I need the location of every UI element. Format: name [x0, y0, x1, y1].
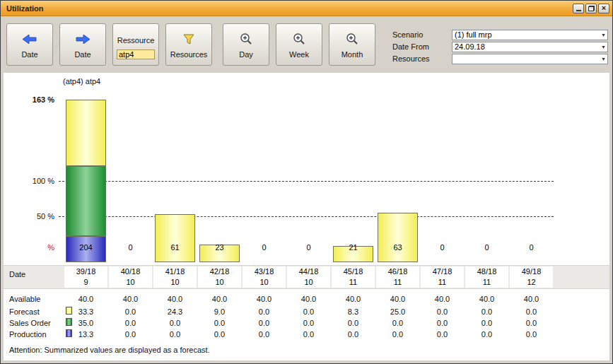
date-back-button[interactable]: Date [6, 23, 53, 66]
sales-order-value: 0.0 [242, 319, 286, 327]
available-value: 40.0 [108, 295, 153, 303]
date-from-combobox[interactable]: 24.09.18 ▼ [452, 42, 608, 52]
sales-order-value: 0.0 [108, 319, 153, 327]
forecast-value: 0.0 [420, 307, 465, 316]
available-row-label: Available [9, 295, 40, 303]
zoom-day-button[interactable]: Day [223, 23, 269, 66]
zoom-month-label: Month [341, 50, 363, 59]
resources-filter-label: Resources [170, 50, 208, 59]
utilization-window: Utilization × Date Date Ressource [0, 0, 613, 364]
scenario-label: Scenario [392, 30, 452, 39]
scenario-field-row: Scenario (1) full mrp ▼ [392, 29, 608, 40]
resources-label: Resources [392, 54, 452, 63]
forecast-value: 0.0 [509, 307, 554, 316]
production-value: 13.3 [64, 330, 108, 339]
available-value: 40.0 [465, 295, 509, 303]
utilization-value-label: 0 [108, 243, 153, 252]
production-value: 0.0 [509, 330, 554, 339]
utilization-value-label: 0 [286, 243, 331, 252]
date-cell: 45/1811 [332, 266, 375, 288]
zoom-week-label: Week [289, 50, 309, 59]
date-cell: 46/1811 [376, 266, 419, 288]
zoom-month-button[interactable]: Month [329, 23, 375, 66]
sales-order-value: 0.0 [509, 319, 554, 327]
forecast-value: 0.0 [242, 307, 286, 316]
production-value: 0.0 [465, 330, 509, 339]
utilization-value-label: 63 [375, 243, 420, 252]
close-button[interactable]: × [598, 4, 609, 13]
utilization-value-label: 0 [509, 243, 554, 252]
production-value: 0.0 [420, 330, 465, 339]
titlebar[interactable]: Utilization × [1, 1, 612, 16]
gridline-100-icon [59, 181, 554, 182]
date-forward-label: Date [74, 50, 91, 59]
minimize-button[interactable] [573, 4, 584, 13]
y-axis-50-label: 50 % [16, 212, 54, 221]
production-value: 0.0 [108, 330, 153, 339]
sales-order-value: 0.0 [153, 319, 197, 327]
utilization-value-label: 0 [420, 243, 465, 252]
zoom-in-icon [293, 32, 305, 46]
scenario-value: (1) full mrp [455, 30, 492, 39]
resource-input[interactable] [117, 49, 155, 59]
available-value: 40.0 [375, 295, 420, 303]
sales-order-value: 0.0 [331, 319, 375, 327]
date-cell: 41/1810 [153, 266, 197, 288]
utilization-value-label: 21 [331, 243, 375, 252]
production-value: 0.0 [242, 330, 286, 339]
resource-button-label: Ressource [117, 36, 155, 45]
window-title: Utilization [6, 4, 571, 13]
forecast-value: 8.3 [331, 307, 375, 316]
date-from-field-row: Date From 24.09.18 ▼ [392, 41, 608, 52]
bar-segment-forecast [155, 214, 195, 262]
forecast-value: 0.0 [108, 307, 153, 316]
maximize-icon [588, 6, 595, 11]
date-cell: 39/189 [64, 266, 107, 288]
available-value: 40.0 [64, 295, 108, 303]
sales-order-value: 35.0 [64, 319, 108, 327]
utilization-value-label: 23 [197, 243, 242, 252]
forecast-value: 9.0 [197, 307, 242, 316]
forecast-value: 0.0 [286, 307, 331, 316]
scenario-combobox[interactable]: (1) full mrp ▼ [452, 30, 608, 40]
sales-order-row-label: Sales Order [9, 319, 51, 327]
gridline-50-icon [59, 216, 554, 217]
arrow-left-icon [23, 32, 37, 46]
y-axis-100-label: 100 % [16, 177, 54, 185]
y-axis-unit-label: % [16, 243, 54, 252]
resources-filter-button[interactable]: Resources [165, 23, 212, 66]
forecast-value: 33.3 [64, 307, 108, 316]
chevron-down-icon: ▼ [601, 45, 606, 49]
sales-order-value: 0.0 [420, 319, 465, 327]
date-from-label: Date From [392, 42, 452, 51]
date-cell: 43/1810 [243, 266, 286, 288]
date-cell: 42/1810 [198, 266, 241, 288]
date-cell: 48/1811 [465, 266, 508, 288]
forecast-row-label: Forecast [9, 307, 40, 316]
available-value: 40.0 [153, 295, 197, 303]
production-value: 0.0 [153, 330, 197, 339]
utilization-value-label: 61 [153, 243, 197, 252]
bar-segment-forecast [378, 213, 418, 262]
resources-combobox[interactable]: ▼ [452, 54, 608, 64]
maximize-button[interactable] [585, 4, 597, 13]
chart-title: (atp4) atp4 [63, 77, 100, 86]
arrow-right-icon [76, 32, 90, 46]
date-cell: 47/1811 [421, 266, 464, 288]
minimize-icon [576, 10, 581, 11]
date-forward-button[interactable]: Date [59, 23, 106, 66]
sales-order-value: 0.0 [375, 319, 420, 327]
available-value: 40.0 [197, 295, 242, 303]
close-icon: × [602, 4, 606, 12]
production-value: 0.0 [286, 330, 331, 339]
bar-segment-sales-order [66, 166, 106, 236]
forecast-value: 24.3 [153, 307, 197, 316]
production-value: 0.0 [197, 330, 242, 339]
zoom-week-button[interactable]: Week [276, 23, 322, 66]
available-value: 40.0 [286, 295, 331, 303]
utilization-value-label: 0 [242, 243, 286, 252]
date-cell: 40/1810 [109, 266, 152, 288]
utilization-value-label: 0 [465, 243, 509, 252]
resource-button[interactable]: Ressource [112, 23, 159, 66]
available-value: 40.0 [420, 295, 465, 303]
